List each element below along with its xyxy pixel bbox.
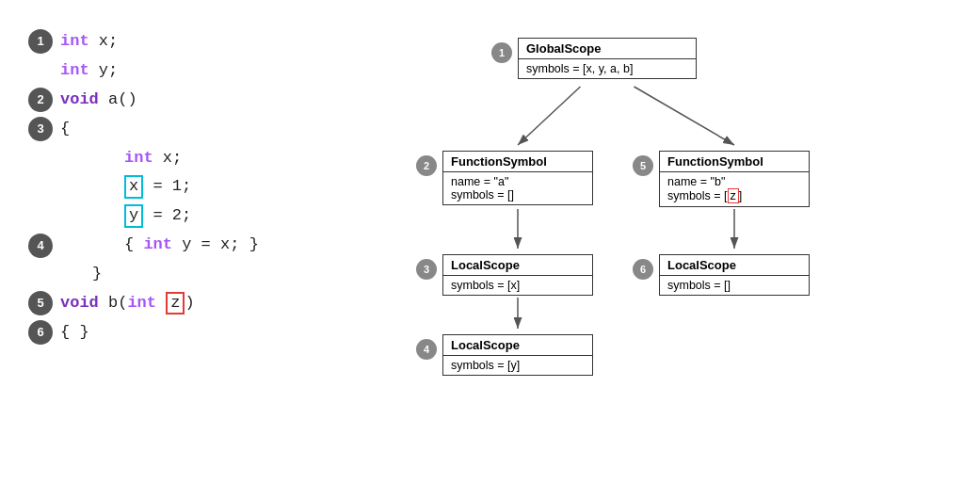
- code-line: y = 2;: [28, 202, 386, 230]
- code-line: 2void a(): [28, 87, 386, 114]
- uml-body-2: name = "a"symbols = []: [443, 172, 592, 204]
- code-text: {: [60, 120, 70, 137]
- line-badge: 4: [28, 234, 53, 258]
- arrow-2: [635, 87, 735, 145]
- code-line: 3{: [28, 116, 386, 143]
- code-text: b(: [99, 294, 128, 312]
- uml-body-1: symbols = [x, y, a, b]: [519, 59, 696, 78]
- highlighted-variable-cyan: x: [124, 175, 143, 198]
- node-badge-3: 3: [416, 259, 437, 280]
- node-badge-5: 5: [633, 155, 653, 176]
- line-badge: 6: [28, 320, 53, 345]
- code-content: int x;: [60, 28, 118, 56]
- code-text: ): [185, 294, 194, 312]
- code-line: int y;: [28, 57, 386, 85]
- code-text: y = x; }: [172, 235, 259, 253]
- uml-node-3: LocalScopesymbols = [x]: [442, 254, 593, 296]
- keyword-int: int: [143, 235, 172, 253]
- code-panel: 1int x;int y;2void a()3{int x;x = 1;y = …: [28, 19, 386, 348]
- code-line: 1int x;: [28, 28, 386, 56]
- highlighted-variable-cyan: y: [124, 204, 143, 227]
- uml-title-3: LocalScope: [443, 255, 592, 276]
- uml-body-4: symbols = [y]: [443, 356, 592, 375]
- main-container: 1int x;int y;2void a()3{int x;x = 1;y = …: [0, 0, 980, 500]
- highlight-z: z: [728, 188, 739, 203]
- uml-node-5: FunctionSymbolname = "b"symbols = [z]: [659, 151, 810, 207]
- line-badge: 2: [28, 88, 53, 112]
- highlighted-variable-red: z: [166, 292, 185, 315]
- uml-node-1: GlobalScopesymbols = [x, y, a, b]: [518, 38, 697, 79]
- code-content: y = 2;: [60, 202, 191, 230]
- code-line: 6{ }: [28, 319, 386, 347]
- code-content: int y;: [60, 57, 118, 85]
- uml-title-5: FunctionSymbol: [660, 152, 809, 172]
- code-text: [156, 294, 166, 312]
- uml-body-5: name = "b"symbols = [z]: [660, 172, 809, 206]
- code-content: { }: [60, 319, 89, 347]
- code-content: x = 1;: [60, 173, 191, 201]
- code-line: int x;: [28, 145, 386, 172]
- code-content: void b(int z): [60, 290, 195, 317]
- arrow-1: [518, 87, 581, 145]
- code-line: x = 1;: [28, 173, 386, 201]
- code-text: }: [92, 265, 102, 282]
- uml-title-2: FunctionSymbol: [443, 152, 592, 172]
- line-badge: 3: [28, 117, 53, 141]
- code-line: 5void b(int z): [28, 290, 386, 317]
- code-text: y;: [89, 61, 119, 79]
- code-line: }: [28, 261, 386, 288]
- code-content: void a(): [60, 87, 137, 114]
- code-content: { int y = x; }: [60, 232, 259, 259]
- code-content: int x;: [60, 145, 182, 172]
- code-text: { }: [60, 323, 89, 341]
- uml-title-4: LocalScope: [443, 335, 592, 356]
- keyword-int: int: [60, 32, 89, 50]
- line-badge: 1: [28, 29, 53, 54]
- keyword-int: int: [60, 61, 89, 79]
- uml-node-6: LocalScopesymbols = []: [659, 254, 810, 296]
- code-text: a(): [99, 90, 137, 108]
- uml-node-2: FunctionSymbolname = "a"symbols = []: [442, 151, 593, 205]
- diagram-panel: 1GlobalScopesymbols = [x, y, a, b]2Funct…: [424, 19, 952, 480]
- code-text: {: [124, 235, 143, 253]
- node-badge-4: 4: [416, 339, 437, 360]
- code-line: 4{ int y = x; }: [28, 232, 386, 259]
- keyword-int: int: [124, 149, 153, 167]
- node-badge-2: 2: [416, 155, 437, 176]
- uml-title-1: GlobalScope: [519, 39, 696, 59]
- code-text: = 1;: [143, 177, 191, 195]
- keyword-void: void: [60, 90, 99, 108]
- line-badge: 5: [28, 291, 53, 315]
- code-text: = 2;: [143, 206, 191, 224]
- code-text: x;: [153, 149, 183, 167]
- diagram-inner: 1GlobalScopesymbols = [x, y, a, b]2Funct…: [424, 28, 952, 480]
- code-content: }: [60, 261, 102, 288]
- keyword-int: int: [127, 294, 156, 312]
- code-content: {: [60, 116, 70, 143]
- node-badge-1: 1: [491, 42, 512, 63]
- uml-body-6: symbols = []: [660, 276, 809, 295]
- node-badge-6: 6: [633, 259, 653, 280]
- uml-node-4: LocalScopesymbols = [y]: [442, 334, 593, 376]
- uml-title-6: LocalScope: [660, 255, 809, 276]
- keyword-void: void: [60, 294, 99, 312]
- code-text: x;: [89, 32, 119, 50]
- uml-body-3: symbols = [x]: [443, 276, 592, 295]
